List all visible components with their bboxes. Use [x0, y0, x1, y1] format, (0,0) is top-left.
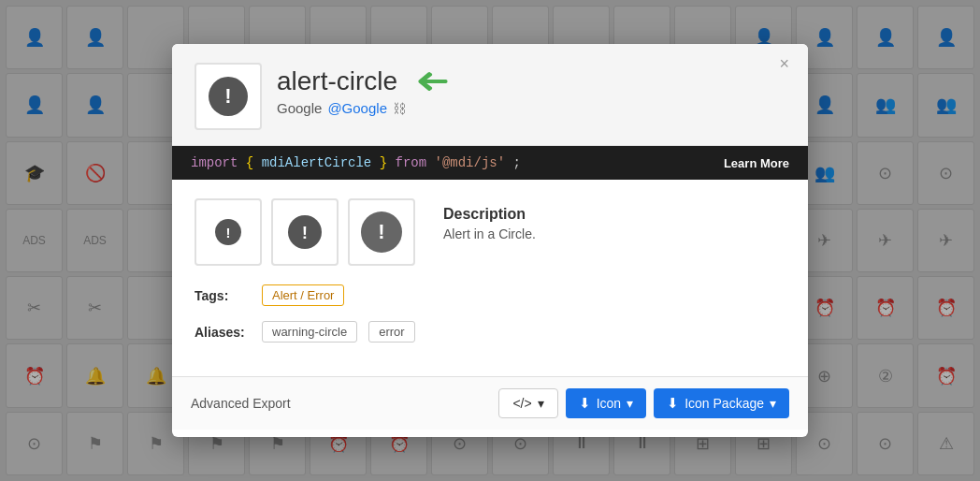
icon-pkg-chevron: ▾ — [770, 396, 776, 411]
alias-chip-warning-circle[interactable]: warning-circle — [262, 321, 357, 343]
aliases-label: Aliases: — [195, 325, 251, 340]
google-link[interactable]: @Google — [327, 100, 387, 116]
icon-btn-chevron: ▾ — [627, 396, 633, 411]
icon-download-button[interactable]: ⬇ Icon ▾ — [566, 388, 646, 418]
modal-body: ! ! ! Description Alert in a Circle. Tag… — [172, 180, 808, 376]
icon-previews-row: ! ! ! Description Alert in a Circle. — [195, 198, 785, 266]
code-export-button[interactable]: </> ▾ — [498, 388, 557, 418]
icon-btn-label: Icon — [597, 396, 621, 411]
external-link-icon: ⛓ — [393, 101, 406, 116]
code-open-brace: { — [246, 155, 262, 170]
modal-dialog: ! alert-circle Google @Google — [172, 44, 808, 437]
close-button[interactable]: × — [773, 53, 795, 74]
code-export-icon: </> — [512, 396, 531, 411]
modal-subtitle: Google @Google ⛓ — [277, 100, 452, 116]
alert-circle-large: ! — [361, 211, 402, 253]
icon-pkg-label: Icon Package — [685, 396, 764, 411]
modal-overlay: ! alert-circle Google @Google — [0, 0, 980, 481]
code-bar: import { mdiAlertCircle } from '@mdi/js'… — [172, 146, 808, 180]
modal-icon-box: ! — [195, 63, 262, 130]
icon-preview-medium: ! — [271, 198, 339, 266]
alias-chip-error[interactable]: error — [368, 321, 414, 343]
code-export-chevron: ▾ — [538, 396, 544, 411]
modal-title: alert-circle — [277, 66, 452, 96]
alert-circle-medium: ! — [288, 215, 322, 249]
alert-circle-preview-icon: ! — [209, 77, 248, 116]
tags-label: Tags: — [195, 288, 251, 303]
code-from-keyword: from — [395, 155, 426, 170]
description-area: Description Alert in a Circle. — [443, 198, 536, 241]
code-snippet: import { mdiAlertCircle } from '@mdi/js'… — [191, 155, 521, 170]
code-import-keyword: import — [191, 155, 238, 170]
icon-package-button[interactable]: ⬇ Icon Package ▾ — [654, 388, 789, 418]
code-module-path: '@mdi/js' — [435, 155, 506, 170]
modal-title-area: alert-circle Google @Google ⛓ — [277, 63, 452, 116]
description-text: Alert in a Circle. — [443, 226, 536, 241]
tag-chip-alert-error[interactable]: Alert / Error — [262, 284, 344, 306]
subtitle-prefix: Google — [277, 100, 322, 116]
arrow-icon — [407, 68, 452, 95]
code-identifier: mdiAlertCircle — [262, 155, 372, 170]
modal-header: ! alert-circle Google @Google — [172, 44, 808, 146]
icon-preview-small: ! — [195, 198, 262, 266]
code-semicolon: ; — [513, 155, 521, 170]
tags-row: Tags: Alert / Error — [195, 284, 785, 306]
modal-title-text: alert-circle — [277, 66, 397, 96]
package-download-icon: ⬇ — [667, 395, 679, 412]
advanced-export-link[interactable]: Advanced Export — [191, 396, 291, 411]
download-icon: ⬇ — [579, 395, 591, 412]
code-close-brace: } — [380, 155, 396, 170]
icon-preview-large: ! — [348, 198, 415, 266]
modal-footer: Advanced Export </> ▾ ⬇ Icon ▾ ⬇ Icon Pa… — [172, 376, 808, 430]
alert-circle-small: ! — [215, 219, 241, 245]
learn-more-link[interactable]: Learn More — [724, 156, 789, 170]
description-title: Description — [443, 206, 536, 223]
footer-actions: </> ▾ ⬇ Icon ▾ ⬇ Icon Package ▾ — [498, 388, 789, 418]
aliases-row: Aliases: warning-circle error — [195, 321, 785, 343]
